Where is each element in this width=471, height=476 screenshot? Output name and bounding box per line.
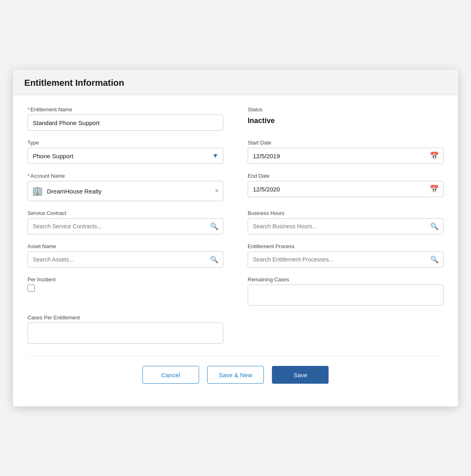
- cases-per-entitlement-input[interactable]: [28, 323, 223, 344]
- cases-per-entitlement-group: Cases Per Entitlement: [28, 314, 223, 344]
- business-hours-search-wrapper: 🔍: [248, 218, 443, 234]
- cancel-button[interactable]: Cancel: [142, 366, 199, 384]
- account-name-group: *Account Name 🏢 DreamHouse Realty ×: [28, 173, 223, 201]
- service-contract-search-wrapper: 🔍: [28, 218, 223, 234]
- entitlement-process-group: Entitlement Process 🔍: [248, 243, 443, 268]
- start-date-input[interactable]: [248, 148, 443, 164]
- entitlement-name-input[interactable]: [28, 115, 223, 131]
- required-star: *: [28, 106, 30, 113]
- entitlement-name-label: *Entitlement Name: [28, 106, 223, 113]
- per-incident-checkbox-wrapper: [28, 285, 223, 292]
- business-hours-input[interactable]: [248, 218, 443, 234]
- form-grid: *Entitlement Name Status Inactive Type P…: [28, 106, 443, 353]
- service-contract-input[interactable]: [28, 218, 223, 234]
- building-icon: 🏢: [32, 186, 43, 196]
- type-label: Type: [28, 140, 223, 146]
- status-value: Inactive: [248, 115, 443, 125]
- clear-account-icon[interactable]: ×: [215, 187, 219, 195]
- empty-cell: [248, 314, 443, 344]
- account-name-label: *Account Name: [28, 173, 223, 179]
- business-hours-label: Business Hours: [248, 210, 443, 216]
- start-date-group: Start Date 📅: [248, 140, 443, 164]
- end-date-label: End Date: [248, 173, 443, 179]
- service-contract-label: Service Contract: [28, 210, 223, 216]
- remaining-cases-group: Remaining Cases: [248, 276, 443, 306]
- required-star-account: *: [28, 173, 30, 179]
- type-select-wrapper: Phone Support Web Support Email Support …: [28, 148, 223, 164]
- modal-header: Entitlement Information: [13, 70, 458, 95]
- save-new-button[interactable]: Save & New: [207, 366, 264, 384]
- asset-name-search-wrapper: 🔍: [28, 251, 223, 268]
- modal-footer: Cancel Save & New Save: [28, 356, 443, 397]
- per-incident-group: Per Incident: [28, 276, 223, 306]
- type-group: Type Phone Support Web Support Email Sup…: [28, 140, 223, 164]
- start-date-label: Start Date: [248, 140, 443, 146]
- end-date-group: End Date 📅: [248, 173, 443, 201]
- type-select[interactable]: Phone Support Web Support Email Support: [28, 148, 223, 164]
- modal-body: *Entitlement Name Status Inactive Type P…: [13, 95, 458, 406]
- asset-name-group: Asset Name 🔍: [28, 243, 223, 268]
- account-name-value: DreamHouse Realty: [47, 188, 211, 195]
- entitlement-name-group: *Entitlement Name: [28, 106, 223, 131]
- per-incident-checkbox[interactable]: [28, 285, 35, 292]
- status-label: Status: [248, 106, 443, 113]
- modal-title: Entitlement Information: [24, 78, 447, 88]
- start-date-wrapper: 📅: [248, 148, 443, 164]
- per-incident-label: Per Incident: [28, 276, 223, 283]
- entitlement-process-label: Entitlement Process: [248, 243, 443, 249]
- entitlement-process-search-wrapper: 🔍: [248, 251, 443, 268]
- remaining-cases-input[interactable]: [248, 285, 443, 306]
- remaining-cases-label: Remaining Cases: [248, 276, 443, 283]
- asset-name-label: Asset Name: [28, 243, 223, 249]
- save-button[interactable]: Save: [272, 366, 329, 384]
- asset-name-input[interactable]: [28, 251, 223, 268]
- business-hours-group: Business Hours 🔍: [248, 210, 443, 234]
- end-date-input[interactable]: [248, 181, 443, 197]
- end-date-wrapper: 📅: [248, 181, 443, 197]
- entitlement-process-input[interactable]: [248, 251, 443, 268]
- service-contract-group: Service Contract 🔍: [28, 210, 223, 234]
- status-group: Status Inactive: [248, 106, 443, 131]
- entitlement-modal: Entitlement Information *Entitlement Nam…: [13, 70, 458, 406]
- account-name-field[interactable]: 🏢 DreamHouse Realty ×: [28, 181, 223, 201]
- cases-per-entitlement-label: Cases Per Entitlement: [28, 314, 223, 321]
